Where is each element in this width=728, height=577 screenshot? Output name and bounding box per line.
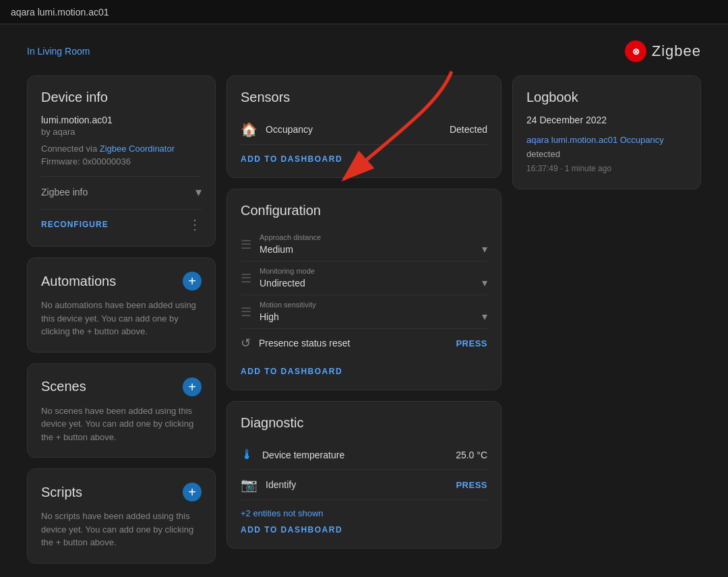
reconfigure-row: RECONFIGURE ⋮ xyxy=(41,209,202,233)
sensors-add-dashboard-button[interactable]: ADD TO DASHBOARD xyxy=(241,154,342,164)
identify-icon: 📷 xyxy=(241,477,257,493)
automations-title: Automations xyxy=(41,274,116,289)
middle-column: Sensors 🏠 Occupancy Detected ADD TO DASH… xyxy=(226,75,502,549)
chevron-down-icon: ▾ xyxy=(195,185,202,200)
add-automation-button[interactable]: + xyxy=(183,272,202,291)
motion-sensitivity-item: ☰ Motion sensitivity High ▾ xyxy=(241,295,487,329)
configuration-title: Configuration xyxy=(241,203,487,218)
zigbee-logo: ⊗ Zigbee xyxy=(625,40,701,62)
device-info-card: Device info lumi.motion.ac01 by aqara Co… xyxy=(27,75,216,247)
temperature-icon: 🌡 xyxy=(241,447,254,462)
left-column: Device info lumi.motion.ac01 by aqara Co… xyxy=(27,75,216,564)
logbook-date: 24 December 2022 xyxy=(526,115,687,125)
topbar-title: aqara lumi.motion.ac01 xyxy=(11,7,109,18)
reconfigure-button[interactable]: RECONFIGURE xyxy=(41,220,109,229)
motion-sensitivity-value: High xyxy=(260,311,279,322)
scenes-card: Scenes + No scenes have been added using… xyxy=(27,363,216,458)
automations-text: No automations have been added using thi… xyxy=(41,299,202,338)
right-column: Logbook 24 December 2022 aqara lumi.moti… xyxy=(512,75,701,189)
temperature-row: 🌡 Device temperature 25.0 °C xyxy=(241,440,487,470)
occupancy-value: Detected xyxy=(450,124,487,135)
diagnostic-add-dashboard-button[interactable]: ADD TO DASHBOARD xyxy=(241,525,342,535)
more-entities-link[interactable]: +2 entities not shown xyxy=(241,508,487,518)
monitoring-mode-value: Undirected xyxy=(260,278,305,288)
configuration-add-dashboard-button[interactable]: ADD TO DASHBOARD xyxy=(241,367,342,376)
zigbee-coordinator-link[interactable]: Zigbee Coordinator xyxy=(100,144,175,154)
monitoring-mode-chevron: ▾ xyxy=(482,276,487,289)
add-script-button[interactable]: + xyxy=(183,483,202,502)
scripts-title: Scripts xyxy=(41,485,82,500)
zigbee-icon: ⊗ xyxy=(625,40,646,62)
diagnostic-title: Diagnostic xyxy=(241,415,487,431)
monitoring-mode-item: ☰ Monitoring mode Undirected ▾ xyxy=(241,262,487,295)
configuration-card: Configuration ☰ Approach distance Medium… xyxy=(226,189,502,390)
identify-label: Identify xyxy=(266,479,448,490)
add-scene-button[interactable]: + xyxy=(183,377,202,396)
automations-header: Automations + xyxy=(41,272,202,291)
list-icon-2: ☰ xyxy=(241,271,251,286)
scenes-title: Scenes xyxy=(41,379,86,394)
refresh-icon: ↺ xyxy=(241,336,251,351)
motion-sensitivity-label: Motion sensitivity xyxy=(260,301,487,309)
device-brand: by aqara xyxy=(41,127,202,137)
approach-distance-value: Medium xyxy=(260,244,293,255)
device-firmware: Firmware: 0x00000036 xyxy=(41,156,202,166)
temperature-value: 25.0 °C xyxy=(456,450,487,460)
device-info-title: Device info xyxy=(41,90,202,105)
logbook-entity: aqara lumi.motion.ac01 Occupancy xyxy=(526,135,664,145)
logbook-time: 16:37:49 · 1 minute ago xyxy=(526,164,611,173)
device-name: lumi.motion.ac01 xyxy=(41,115,202,125)
more-options-icon[interactable]: ⋮ xyxy=(188,216,202,233)
presence-reset-row: ↺ Presence status reset PRESS xyxy=(241,329,487,357)
occupancy-label: Occupancy xyxy=(266,124,442,135)
logbook-entry: aqara lumi.motion.ac01 Occupancy detecte… xyxy=(526,133,687,175)
scripts-card: Scripts + No scripts have been added usi… xyxy=(27,468,216,564)
logbook-title: Logbook xyxy=(526,90,687,105)
device-connected: Connected via Zigbee Coordinator xyxy=(41,144,202,154)
zigbee-label: Zigbee xyxy=(652,42,701,60)
presence-reset-press-button[interactable]: PRESS xyxy=(456,338,487,348)
breadcrumb[interactable]: In Living Room xyxy=(27,46,90,57)
identify-press-button[interactable]: PRESS xyxy=(456,480,487,490)
approach-distance-chevron: ▾ xyxy=(482,243,487,255)
list-icon-3: ☰ xyxy=(241,305,251,320)
approach-distance-label: Approach distance xyxy=(260,233,487,241)
identify-row: 📷 Identify PRESS xyxy=(241,470,487,500)
presence-reset-label: Presence status reset xyxy=(259,338,448,348)
logbook-action: detected xyxy=(526,149,560,159)
sensors-card: Sensors 🏠 Occupancy Detected ADD TO DASH… xyxy=(226,75,502,178)
temperature-label: Device temperature xyxy=(262,450,448,460)
diagnostic-card: Diagnostic 🌡 Device temperature 25.0 °C … xyxy=(226,401,502,549)
approach-distance-item: ☰ Approach distance Medium ▾ xyxy=(241,228,487,262)
zigbee-info-row[interactable]: Zigbee info ▾ xyxy=(41,176,202,200)
automations-card: Automations + No automations have been a… xyxy=(27,257,216,353)
monitoring-mode-label: Monitoring mode xyxy=(260,267,487,275)
scripts-text: No scripts have been added using this de… xyxy=(41,510,202,549)
sensors-title: Sensors xyxy=(241,90,487,105)
scripts-header: Scripts + xyxy=(41,483,202,502)
occupancy-icon: 🏠 xyxy=(241,121,257,138)
scenes-header: Scenes + xyxy=(41,377,202,396)
zigbee-info-label: Zigbee info xyxy=(41,187,88,198)
logbook-card: Logbook 24 December 2022 aqara lumi.moti… xyxy=(512,75,701,189)
sensor-row: 🏠 Occupancy Detected xyxy=(241,115,487,145)
scenes-text: No scenes have been added using this dev… xyxy=(41,404,202,444)
motion-sensitivity-chevron: ▾ xyxy=(482,310,487,323)
list-icon-1: ☰ xyxy=(241,237,251,252)
svg-text:⊗: ⊗ xyxy=(632,47,640,57)
